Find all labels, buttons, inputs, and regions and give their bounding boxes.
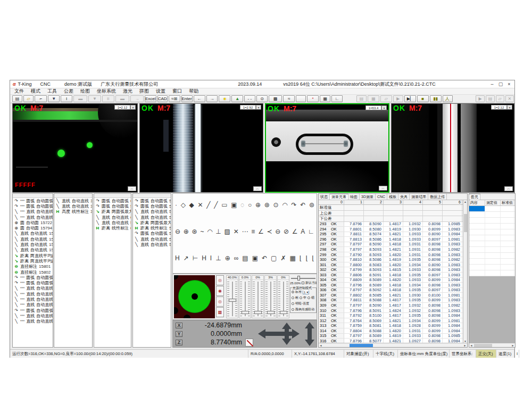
list-item[interactable]: ╲直线自动直线55 [133, 209, 171, 215]
list-item[interactable]: ↷***圆弧自动圆弧 [13, 280, 53, 285]
table-row[interactable]: 295OK7.88118.50741.48211.09330.80901.098… [319, 232, 467, 237]
tool-icon[interactable]: ∠ [258, 228, 264, 235]
zoom-ratio-field[interactable]: 1=2.12 [114, 105, 130, 110]
table-row[interactable]: 305OK7.87968.50891.48181.09340.80981.098… [319, 283, 467, 288]
dash-button[interactable]: - - [244, 95, 255, 102]
list-item[interactable]: Η高度线性标注34 [54, 209, 92, 215]
list-item[interactable]: ⊖直径标注15802 [13, 269, 53, 275]
list-item[interactable]: ╲直线自动直线34 [54, 203, 92, 209]
element-row[interactable] [469, 229, 515, 235]
tool-icon[interactable]: ⌊ [312, 254, 314, 262]
menu-item-1[interactable]: 模式 [31, 88, 40, 95]
table-row[interactable]: 301OK7.88008.50831.48201.09340.80901.098… [319, 262, 467, 268]
resize-grip-icon[interactable]: ⇔ [379, 186, 387, 191]
zoom-ratio-field[interactable]: 1=63.4 [365, 105, 381, 110]
list-item[interactable]: ╲***直线自动直线 [13, 209, 53, 215]
tab-element[interactable]: 图元 [469, 194, 480, 200]
tool-icon[interactable]: ⌊ [305, 254, 308, 262]
tool-icon[interactable]: ◆ [189, 201, 194, 209]
table-tab-4[interactable]: CNC [376, 194, 387, 200]
jog-arrows-icon[interactable] [257, 322, 317, 347]
color-link-radio[interactable] [292, 308, 294, 311]
tool-icon[interactable]: ▦ [289, 254, 295, 262]
table-row[interactable]: 296OK7.88138.50861.48181.09330.80971.098… [319, 237, 467, 242]
table-row[interactable]: 313OK7.87598.50811.48181.09280.80991.098… [319, 323, 467, 328]
status-segment-6[interactable]: 世界坐标系: [450, 350, 476, 358]
table-row[interactable]: 304OK7.88098.50891.48201.09330.80991.098… [319, 278, 467, 283]
status-segment-7[interactable]: 正交(关) [476, 350, 496, 358]
edge-tool-button[interactable]: I [61, 95, 72, 102]
list-item[interactable]: ╲直线自动直线65 [94, 215, 131, 220]
table-tab-7[interactable]: 测量结果 [410, 194, 428, 200]
slider-thumb[interactable] [254, 311, 262, 314]
status-segment-4[interactable]: 十字线(关) [373, 350, 398, 358]
table-row[interactable]: 299OK7.87908.50931.48201.09310.80981.098… [319, 252, 467, 258]
list-item[interactable]: ╲***直线自动直线 [13, 215, 53, 220]
slider-thumb[interactable] [229, 299, 236, 302]
list-item[interactable]: Η距离线性标注55 [133, 225, 171, 230]
vscroll-thumb[interactable] [464, 214, 467, 232]
list-item[interactable]: ⊖直径标注15801 [13, 264, 53, 269]
next-button[interactable]: → [206, 95, 218, 102]
zoom-ratio-field[interactable]: 1=2.92 [240, 105, 256, 110]
table-tab-0[interactable]: 状态 [319, 194, 330, 200]
element-row[interactable] [469, 206, 515, 212]
diagonal-move-button[interactable] [245, 339, 253, 347]
list-item[interactable]: ↷***圆弧自动圆弧 [13, 203, 53, 209]
tool-icon[interactable]: ▤ [242, 254, 248, 262]
slider-thumb[interactable] [242, 311, 249, 314]
menu-item-4[interactable]: 绘图 [80, 88, 90, 95]
list-item[interactable]: ↘距离两圆弧最大距 [94, 209, 131, 215]
tool-icon[interactable]: ◠ [282, 201, 287, 209]
tool-icon[interactable]: ◠ [207, 228, 212, 235]
coarse-radio[interactable] [292, 297, 294, 299]
tool-icon[interactable]: ⊕ [255, 201, 261, 209]
menu-item-6[interactable]: 激光 [123, 88, 132, 95]
tool-icon[interactable]: ╱ [214, 201, 218, 209]
list-item[interactable]: ↘距离两直线平均距 [13, 253, 53, 258]
tool-icon[interactable]: ↗ [184, 254, 189, 262]
list-item[interactable]: ╲直线自动直线15 [13, 248, 53, 253]
list-item[interactable]: ↷圆弧自动圆弧55 [133, 203, 171, 209]
ring-light-indicator[interactable] [174, 275, 215, 318]
element-row[interactable] [469, 241, 515, 247]
tool-icon[interactable]: ◌ [240, 201, 244, 209]
curve-button[interactable]: ≈ [283, 95, 295, 102]
tool-icon[interactable]: · [175, 201, 177, 209]
list-item[interactable]: ╲直线自动直线55 [94, 220, 131, 225]
table-row[interactable]: 315OK7.87978.50891.48191.09330.80981.098… [319, 334, 467, 339]
table-row[interactable]: 306OK7.87978.50921.48181.09350.80971.098… [319, 288, 467, 293]
tool-icon[interactable]: ⊕ [184, 228, 189, 235]
table-row[interactable]: 294OK7.88018.50801.48191.09300.80991.098… [319, 227, 467, 232]
zoom-dropdown-icon[interactable]: ▾ [507, 105, 512, 110]
tool-icon[interactable]: ~ [200, 228, 204, 235]
table-vertical-scrollbar[interactable]: ▲ ▼ [463, 200, 467, 343]
list-item[interactable]: ↷圆弧自动圆弧65 [94, 198, 131, 203]
camera-view-3-selected[interactable]: OK M:7 1=63.4 ▾ ⇔ [265, 103, 389, 193]
table-row[interactable]: 314OK7.88048.50881.48201.09310.80991.098… [319, 328, 467, 334]
table-row[interactable]: 300OK7.88108.50861.48191.09350.80981.098… [319, 257, 467, 262]
resize-grip-icon[interactable]: ⇔ [128, 186, 136, 191]
zoom-dropdown-icon[interactable]: ▾ [256, 105, 261, 110]
tool-icon[interactable]: ⋯ [242, 228, 248, 235]
medium-radio[interactable] [300, 297, 302, 299]
element-horizontal-scrollbar[interactable]: ◄ ► [469, 343, 515, 347]
plot-export-button[interactable]: ≈⊞ [169, 95, 180, 102]
open-button[interactable]: ▱ [23, 95, 34, 102]
list-item[interactable]: ⊕圆自动圆15722 [13, 220, 53, 225]
table-tab-3[interactable]: 3D测量 [360, 194, 376, 200]
list-item[interactable]: ╲直线自动直线15 [13, 236, 53, 242]
light-mode-quadrant-button[interactable]: ◎ [216, 297, 224, 307]
table-row[interactable]: 307OK7.88028.50851.48211.09300.81001.098… [319, 293, 467, 298]
menu-item-5[interactable]: 坐标系统 [97, 88, 116, 95]
light-mode-segments-button[interactable]: ◉ [216, 286, 224, 296]
prev-button[interactable]: ← [194, 95, 205, 102]
list-item[interactable]: ╲直线自动直线15 [13, 242, 53, 247]
list-item[interactable]: ↷***圆弧自动圆弧 [13, 198, 53, 203]
run-button[interactable]: 人 [443, 95, 453, 102]
default-mode-checkbox[interactable] [302, 282, 304, 284]
table-row[interactable]: 298OK7.87978.50931.48211.09310.80981.098… [319, 247, 467, 252]
stage-path-button[interactable]: ⌐ [35, 95, 47, 102]
table-tab-5[interactable]: 模板 [387, 194, 398, 200]
tool-icon[interactable]: ✕ [234, 228, 239, 235]
